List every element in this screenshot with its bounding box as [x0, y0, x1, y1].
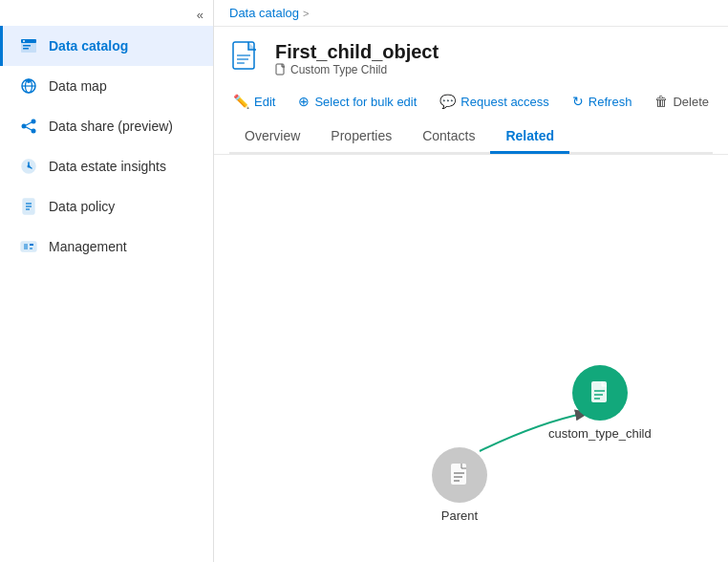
- bulk-edit-icon: ⊕: [298, 94, 310, 109]
- asset-name: First_child_object: [275, 41, 439, 63]
- asset-type-label: Custom Type Child: [290, 63, 387, 76]
- tab-overview[interactable]: Overview: [229, 120, 315, 154]
- sidebar-item-management[interactable]: Management: [0, 227, 213, 267]
- tab-contacts[interactable]: Contacts: [407, 120, 490, 154]
- asset-type-row: Custom Type Child: [275, 63, 439, 76]
- sidebar-item-data-catalog[interactable]: Data catalog: [0, 26, 213, 66]
- request-access-button[interactable]: 💬 Request access: [436, 92, 553, 111]
- tabs: Overview Properties Contacts Related: [229, 120, 713, 154]
- sidebar: « Data catalog Data map: [0, 0, 214, 562]
- sidebar-label-data-estate: Data estate insights: [49, 159, 166, 174]
- child-node[interactable]: custom_type_child: [548, 365, 652, 441]
- svg-line-12: [26, 122, 32, 125]
- asset-title-row: First_child_object Custom Type Child: [229, 38, 713, 78]
- sidebar-item-data-map[interactable]: Data map: [0, 66, 213, 106]
- graph-canvas: custom_type_child Parent: [214, 155, 728, 562]
- svg-point-8: [27, 79, 31, 83]
- parent-node-circle: [432, 447, 487, 503]
- refresh-button[interactable]: ↻ Refresh: [568, 92, 636, 111]
- svg-point-2: [23, 40, 25, 42]
- edit-button[interactable]: ✏️ Edit: [229, 92, 279, 111]
- svg-point-10: [22, 124, 27, 129]
- svg-line-13: [26, 127, 32, 130]
- delete-icon: 🗑: [654, 94, 668, 109]
- svg-rect-21: [24, 244, 28, 249]
- collapse-button[interactable]: «: [0, 0, 213, 26]
- parent-node[interactable]: Parent: [432, 447, 487, 523]
- data-share-icon: [18, 116, 39, 137]
- svg-rect-4: [23, 48, 29, 50]
- delete-button[interactable]: 🗑 Delete: [651, 92, 713, 111]
- toolbar: ✏️ Edit ⊕ Select for bulk edit 💬 Request…: [229, 84, 713, 119]
- edit-icon: ✏️: [233, 94, 249, 109]
- sidebar-label-data-policy: Data policy: [49, 199, 115, 214]
- content-area: custom_type_child Parent: [214, 155, 728, 562]
- data-catalog-icon: [18, 35, 39, 56]
- tab-related[interactable]: Related: [490, 120, 569, 154]
- sidebar-label-data-share: Data share (preview): [49, 119, 173, 134]
- header-section: First_child_object Custom Type Child ✏️ …: [214, 27, 728, 155]
- management-icon: [18, 236, 39, 257]
- svg-point-11: [32, 129, 36, 134]
- breadcrumb: Data catalog >: [214, 0, 728, 27]
- svg-rect-20: [21, 242, 36, 251]
- main-content: Data catalog > First_child_object: [214, 0, 728, 562]
- sidebar-label-management: Management: [49, 239, 127, 254]
- child-node-label: custom_type_child: [548, 426, 652, 441]
- sidebar-label-data-map: Data map: [49, 78, 107, 94]
- bulk-edit-button[interactable]: ⊕ Select for bulk edit: [294, 92, 420, 111]
- tab-properties[interactable]: Properties: [315, 120, 407, 154]
- breadcrumb-link[interactable]: Data catalog: [229, 6, 299, 20]
- child-node-circle: [572, 365, 628, 421]
- svg-rect-3: [23, 45, 31, 47]
- sidebar-label-data-catalog: Data catalog: [49, 38, 128, 54]
- data-policy-icon: [18, 196, 39, 217]
- svg-rect-23: [30, 248, 32, 249]
- breadcrumb-separator: >: [303, 8, 309, 19]
- sidebar-item-data-share[interactable]: Data share (preview): [0, 106, 213, 146]
- sidebar-item-data-policy[interactable]: Data policy: [0, 186, 213, 227]
- sidebar-item-data-estate[interactable]: Data estate insights: [0, 146, 213, 186]
- refresh-icon: ↻: [572, 94, 584, 109]
- svg-rect-22: [30, 244, 33, 246]
- svg-point-15: [28, 165, 31, 168]
- request-access-icon: 💬: [439, 94, 456, 109]
- parent-node-label: Parent: [441, 508, 478, 523]
- svg-point-9: [32, 119, 36, 124]
- asset-text: First_child_object Custom Type Child: [275, 41, 439, 76]
- data-map-icon: [18, 76, 39, 97]
- data-estate-icon: [18, 156, 39, 177]
- asset-icon: [229, 38, 264, 78]
